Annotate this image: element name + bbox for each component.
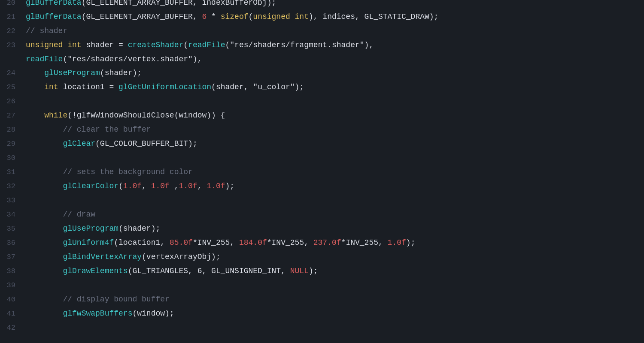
code-token: unsigned int <box>26 41 82 49</box>
code-token: *INV_255, <box>267 238 313 247</box>
code-token: ); <box>225 182 235 190</box>
code-token: ( <box>249 12 253 21</box>
line-code: unsigned int shader = createShader(readF… <box>26 38 374 52</box>
code-line: 31 // sets the background color <box>0 165 644 179</box>
code-token <box>26 182 63 190</box>
line-number: 30 <box>0 151 26 165</box>
line-code: glUniform4f(location1, 85.0f*INV_255, 18… <box>26 236 415 250</box>
line-code <box>26 193 30 207</box>
code-token <box>26 111 44 120</box>
line-code: glBindVertexArray(vertexArrayObj); <box>26 250 221 264</box>
code-token: while <box>44 111 67 120</box>
code-token: glDrawElements <box>63 267 128 275</box>
code-token: *INV_255, <box>193 238 239 247</box>
code-token: 1.0f <box>179 182 197 190</box>
code-token: glUniform4f <box>63 238 114 247</box>
line-number: 31 <box>0 165 26 179</box>
code-token: (location1, <box>114 238 170 247</box>
code-token: shader = <box>82 41 128 49</box>
code-token: readFile <box>188 41 225 49</box>
code-token: , <box>170 182 179 190</box>
line-number: 42 <box>0 321 26 335</box>
line-code: glUseProgram(shader); <box>26 222 160 235</box>
line-code: // shader <box>26 24 67 38</box>
code-token <box>26 309 63 318</box>
line-code: glClear(GL_COLOR_BUFFER_BIT); <box>26 137 197 150</box>
line-number: 38 <box>0 265 26 278</box>
code-token: (shader); <box>100 69 142 77</box>
code-token: // shader <box>26 27 67 35</box>
code-line: 37 glBindVertexArray(vertexArrayObj); <box>0 250 644 264</box>
line-code <box>26 94 30 108</box>
code-token: glGetUniformLocation <box>118 83 211 91</box>
code-token: ( <box>118 182 123 190</box>
code-token: (shader, "u_color"); <box>211 83 304 91</box>
line-code <box>26 321 30 334</box>
line-number: 40 <box>0 293 26 307</box>
code-line: 40 // display bound buffer <box>0 292 644 307</box>
code-token: glClearColor <box>63 182 118 190</box>
line-number: 34 <box>0 208 26 222</box>
code-token: createShader <box>128 41 184 49</box>
line-code: // clear the buffer <box>26 123 151 136</box>
code-token: 1.0f <box>207 182 225 190</box>
line-code: glDrawElements(GL_TRIANGLES, 6, GL_UNSIG… <box>26 264 318 278</box>
code-token: glBufferData <box>26 0 82 7</box>
code-token: glUseProgram <box>63 224 118 233</box>
line-code: // draw <box>26 208 95 221</box>
code-editor: 20glBufferData(GL_ELEMENT_ARRAY_BUFFER, … <box>0 0 644 343</box>
code-line: 20glBufferData(GL_ELEMENT_ARRAY_BUFFER, … <box>0 0 644 10</box>
code-line: 42 <box>0 321 644 335</box>
line-code: while(!glfwWindowShouldClose(window)) { <box>26 108 225 122</box>
line-number: 20 <box>0 0 26 10</box>
code-line: 32 glClearColor(1.0f, 1.0f ,1.0f, 1.0f); <box>0 179 644 193</box>
code-token: , <box>142 182 151 190</box>
code-token: 6 <box>202 12 207 21</box>
code-token: * <box>207 12 220 21</box>
code-token: ( <box>183 41 188 49</box>
line-number: 41 <box>0 307 26 321</box>
code-token: glBufferData <box>26 12 82 21</box>
code-line: 38 glDrawElements(GL_TRIANGLES, 6, GL_UN… <box>0 264 644 278</box>
code-token: (GL_ELEMENT_ARRAY_BUFFER, indexBufferObj… <box>82 0 276 7</box>
code-line: 22// shader <box>0 24 644 38</box>
code-token: 1.0f <box>123 182 142 190</box>
code-token: readFile <box>26 55 63 63</box>
code-line: 23unsigned int shader = createShader(rea… <box>0 38 644 52</box>
code-token: 1.0f <box>151 182 170 190</box>
line-code: glClearColor(1.0f, 1.0f ,1.0f, 1.0f); <box>26 179 234 193</box>
code-token: glfwSwapBuffers <box>63 309 132 318</box>
code-token: glBindVertexArray <box>63 253 142 261</box>
code-token: (GL_COLOR_BUFFER_BIT); <box>95 139 197 148</box>
line-number: 36 <box>0 236 26 250</box>
code-token: int <box>44 83 58 91</box>
line-number: 24 <box>0 66 26 80</box>
code-token: 1.0f <box>388 238 406 247</box>
line-code: int location1 = glGetUniformLocation(sha… <box>26 80 304 94</box>
line-number: 26 <box>0 95 26 108</box>
code-line: 33 <box>0 193 644 208</box>
line-code: glUseProgram(shader); <box>26 66 142 80</box>
line-code: glfwSwapBuffers(window); <box>26 307 174 320</box>
code-token: glClear <box>63 139 95 148</box>
code-token: location1 = <box>58 83 118 91</box>
code-token: ("res/shaders/fragment.shader") <box>225 41 369 49</box>
code-line: 39 <box>0 278 644 292</box>
code-token <box>26 83 44 91</box>
code-token: *INV_255, <box>341 238 388 247</box>
code-token: ); <box>406 238 416 247</box>
line-number: 33 <box>0 194 26 208</box>
code-line: 24 glUseProgram(shader); <box>0 66 644 80</box>
code-token: (shader); <box>118 224 160 233</box>
line-code <box>26 278 30 292</box>
code-token: // draw <box>26 210 95 219</box>
code-line: 29 glClear(GL_COLOR_BUFFER_BIT); <box>0 137 644 151</box>
code-token: ("res/shaders/vertex.shader"), <box>63 55 202 63</box>
code-token: // clear the buffer <box>26 125 151 134</box>
code-line: 41 glfwSwapBuffers(window); <box>0 307 644 321</box>
code-token <box>26 139 63 148</box>
code-line: 21glBufferData(GL_ELEMENT_ARRAY_BUFFER, … <box>0 10 644 24</box>
line-code: // sets the background color <box>26 165 193 179</box>
code-token: (!glfwWindowShouldClose(window)) { <box>67 111 225 120</box>
line-number: 28 <box>0 123 26 137</box>
